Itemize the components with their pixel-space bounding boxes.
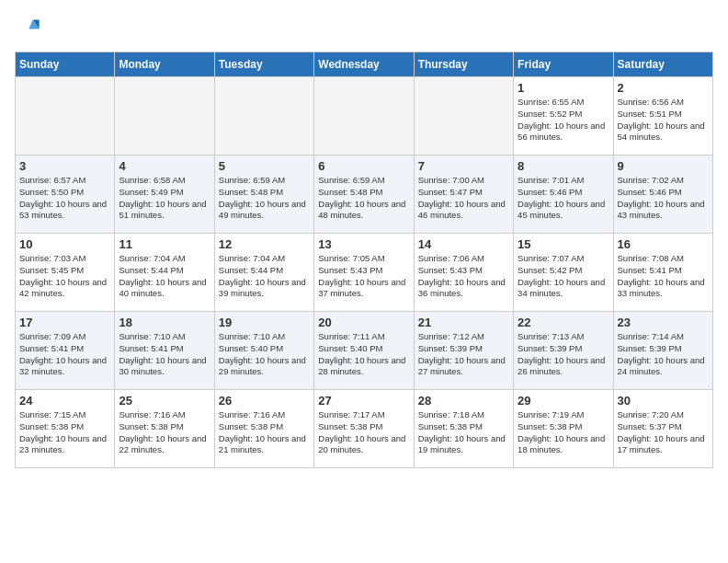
- calendar-cell: 12Sunrise: 7:04 AMSunset: 5:44 PMDayligh…: [214, 234, 313, 312]
- calendar-week-row: 3Sunrise: 6:57 AMSunset: 5:50 PMDaylight…: [16, 155, 713, 234]
- sunset-label: Sunset: 5:44 PM: [119, 265, 183, 275]
- day-number: 26: [219, 394, 310, 408]
- calendar-cell: 1Sunrise: 6:55 AMSunset: 5:52 PMDaylight…: [514, 77, 613, 155]
- daylight-label: Daylight: 10 hours and 32 minutes.: [19, 355, 107, 377]
- sunrise-label: Sunrise: 7:04 AM: [119, 253, 185, 263]
- sunset-label: Sunset: 5:47 PM: [418, 187, 483, 197]
- sunrise-label: Sunrise: 7:02 AM: [618, 175, 684, 185]
- sunrise-label: Sunrise: 6:59 AM: [318, 175, 384, 185]
- sunset-label: Sunset: 5:37 PM: [618, 421, 682, 431]
- sunset-label: Sunset: 5:48 PM: [219, 187, 283, 197]
- sunset-label: Sunset: 5:38 PM: [19, 421, 84, 431]
- sunrise-label: Sunrise: 7:17 AM: [318, 409, 384, 419]
- day-info: Sunrise: 7:15 AMSunset: 5:38 PMDaylight:…: [19, 409, 110, 456]
- sunrise-label: Sunrise: 7:15 AM: [19, 409, 85, 419]
- day-info: Sunrise: 7:20 AMSunset: 5:37 PMDaylight:…: [618, 409, 709, 456]
- calendar-cell: 25Sunrise: 7:16 AMSunset: 5:38 PMDayligh…: [115, 390, 214, 468]
- day-number: 23: [618, 316, 709, 329]
- calendar-cell: 23Sunrise: 7:14 AMSunset: 5:39 PMDayligh…: [613, 312, 712, 390]
- weekday-header-friday: Friday: [514, 52, 613, 77]
- weekday-header-saturday: Saturday: [613, 52, 712, 77]
- sunset-label: Sunset: 5:38 PM: [119, 421, 183, 431]
- day-info: Sunrise: 7:14 AMSunset: 5:39 PMDaylight:…: [618, 331, 709, 378]
- day-number: 1: [518, 81, 609, 95]
- calendar-cell: 26Sunrise: 7:16 AMSunset: 5:38 PMDayligh…: [214, 390, 313, 468]
- calendar-cell: 16Sunrise: 7:08 AMSunset: 5:41 PMDayligh…: [613, 234, 712, 312]
- calendar-cell: 22Sunrise: 7:13 AMSunset: 5:39 PMDayligh…: [514, 312, 613, 390]
- day-info: Sunrise: 7:17 AMSunset: 5:38 PMDaylight:…: [318, 409, 409, 456]
- calendar-cell: [214, 77, 313, 155]
- calendar-cell: 29Sunrise: 7:19 AMSunset: 5:38 PMDayligh…: [514, 390, 613, 468]
- day-number: 21: [418, 316, 509, 329]
- calendar-table: SundayMondayTuesdayWednesdayThursdayFrid…: [15, 52, 713, 468]
- calendar-cell: 10Sunrise: 7:03 AMSunset: 5:45 PMDayligh…: [16, 234, 115, 312]
- calendar-cell: 15Sunrise: 7:07 AMSunset: 5:42 PMDayligh…: [514, 234, 613, 312]
- day-number: 30: [618, 394, 709, 408]
- sunrise-label: Sunrise: 7:06 AM: [418, 253, 484, 263]
- day-number: 5: [219, 159, 310, 173]
- day-number: 4: [119, 159, 210, 173]
- day-number: 3: [19, 159, 110, 173]
- sunset-label: Sunset: 5:39 PM: [518, 343, 582, 353]
- day-number: 19: [219, 316, 310, 329]
- calendar-cell: 4Sunrise: 6:58 AMSunset: 5:49 PMDaylight…: [115, 155, 214, 234]
- sunrise-label: Sunrise: 7:19 AM: [518, 409, 584, 419]
- day-info: Sunrise: 7:18 AMSunset: 5:38 PMDaylight:…: [418, 409, 509, 456]
- weekday-header-tuesday: Tuesday: [214, 52, 313, 77]
- day-number: 9: [618, 159, 709, 173]
- weekday-header-monday: Monday: [115, 52, 214, 77]
- daylight-label: Daylight: 10 hours and 26 minutes.: [518, 355, 605, 377]
- sunrise-label: Sunrise: 7:03 AM: [19, 253, 85, 263]
- day-info: Sunrise: 7:04 AMSunset: 5:44 PMDaylight:…: [219, 253, 310, 300]
- day-info: Sunrise: 7:16 AMSunset: 5:38 PMDaylight:…: [219, 409, 310, 456]
- day-number: 13: [318, 237, 409, 251]
- sunrise-label: Sunrise: 6:56 AM: [618, 97, 684, 107]
- day-info: Sunrise: 7:00 AMSunset: 5:47 PMDaylight:…: [418, 175, 509, 222]
- weekday-header-row: SundayMondayTuesdayWednesdayThursdayFrid…: [16, 52, 713, 77]
- calendar-cell: 27Sunrise: 7:17 AMSunset: 5:38 PMDayligh…: [314, 390, 414, 468]
- calendar-week-row: 17Sunrise: 7:09 AMSunset: 5:41 PMDayligh…: [16, 312, 713, 390]
- sunset-label: Sunset: 5:38 PM: [219, 421, 283, 431]
- calendar-cell: 20Sunrise: 7:11 AMSunset: 5:40 PMDayligh…: [314, 312, 414, 390]
- daylight-label: Daylight: 10 hours and 33 minutes.: [618, 277, 705, 299]
- calendar-week-row: 24Sunrise: 7:15 AMSunset: 5:38 PMDayligh…: [16, 390, 713, 468]
- day-info: Sunrise: 7:07 AMSunset: 5:42 PMDaylight:…: [518, 253, 609, 300]
- calendar-week-row: 10Sunrise: 7:03 AMSunset: 5:45 PMDayligh…: [16, 234, 713, 312]
- day-info: Sunrise: 7:11 AMSunset: 5:40 PMDaylight:…: [318, 331, 409, 378]
- day-info: Sunrise: 7:06 AMSunset: 5:43 PMDaylight:…: [418, 253, 509, 300]
- weekday-header-sunday: Sunday: [16, 52, 115, 77]
- sunset-label: Sunset: 5:43 PM: [318, 265, 382, 275]
- daylight-label: Daylight: 10 hours and 28 minutes.: [318, 355, 405, 377]
- daylight-label: Daylight: 10 hours and 36 minutes.: [418, 277, 506, 299]
- day-number: 18: [119, 316, 210, 329]
- sunset-label: Sunset: 5:51 PM: [618, 109, 682, 119]
- day-number: 8: [518, 159, 609, 173]
- daylight-label: Daylight: 10 hours and 53 minutes.: [19, 199, 107, 221]
- calendar-cell: 8Sunrise: 7:01 AMSunset: 5:46 PMDaylight…: [514, 155, 613, 234]
- weekday-header-wednesday: Wednesday: [314, 52, 414, 77]
- daylight-label: Daylight: 10 hours and 48 minutes.: [318, 199, 405, 221]
- sunrise-label: Sunrise: 7:20 AM: [618, 409, 684, 419]
- calendar-cell: [16, 77, 115, 155]
- day-info: Sunrise: 6:55 AMSunset: 5:52 PMDaylight:…: [518, 97, 609, 144]
- sunrise-label: Sunrise: 7:16 AM: [219, 409, 285, 419]
- logo-icon: [15, 15, 40, 40]
- sunrise-label: Sunrise: 7:10 AM: [119, 331, 185, 341]
- daylight-label: Daylight: 10 hours and 23 minutes.: [19, 433, 107, 455]
- sunset-label: Sunset: 5:41 PM: [618, 265, 682, 275]
- daylight-label: Daylight: 10 hours and 51 minutes.: [119, 199, 206, 221]
- day-info: Sunrise: 7:12 AMSunset: 5:39 PMDaylight:…: [418, 331, 509, 378]
- day-number: 11: [119, 237, 210, 251]
- daylight-label: Daylight: 10 hours and 21 minutes.: [219, 433, 306, 455]
- daylight-label: Daylight: 10 hours and 18 minutes.: [518, 433, 605, 455]
- calendar-cell: 14Sunrise: 7:06 AMSunset: 5:43 PMDayligh…: [414, 234, 513, 312]
- daylight-label: Daylight: 10 hours and 30 minutes.: [119, 355, 206, 377]
- day-info: Sunrise: 6:57 AMSunset: 5:50 PMDaylight:…: [19, 175, 110, 222]
- sunset-label: Sunset: 5:38 PM: [518, 421, 582, 431]
- day-number: 16: [618, 237, 709, 251]
- calendar-cell: [115, 77, 214, 155]
- sunset-label: Sunset: 5:44 PM: [219, 265, 283, 275]
- daylight-label: Daylight: 10 hours and 37 minutes.: [318, 277, 405, 299]
- daylight-label: Daylight: 10 hours and 49 minutes.: [219, 199, 306, 221]
- daylight-label: Daylight: 10 hours and 22 minutes.: [119, 433, 206, 455]
